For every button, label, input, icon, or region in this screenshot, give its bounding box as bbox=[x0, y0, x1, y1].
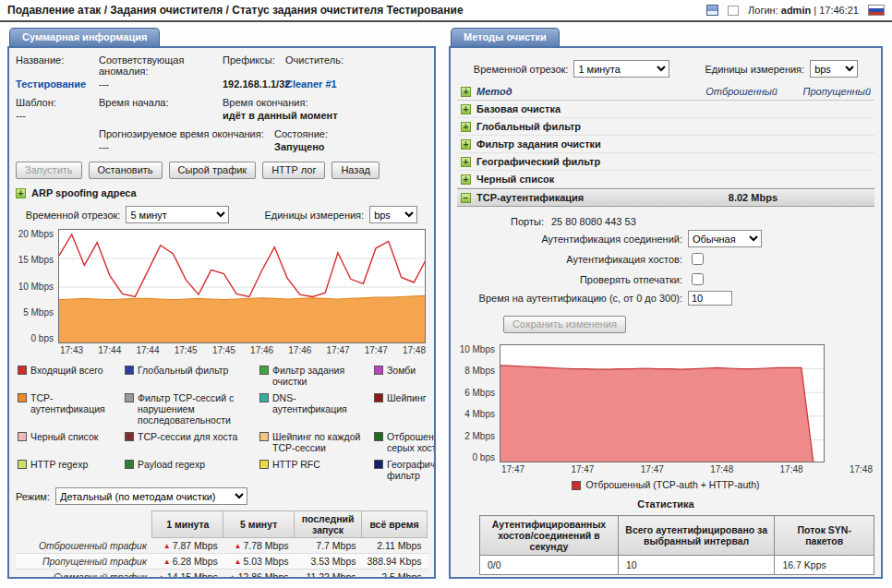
legend-swatch bbox=[259, 393, 269, 402]
up-arrow-icon: ▲ bbox=[235, 558, 242, 566]
legend-swatch bbox=[125, 432, 134, 441]
period-select[interactable]: 1 минута bbox=[573, 60, 669, 78]
legend-swatch bbox=[18, 460, 27, 469]
collapse-minus-icon[interactable]: − bbox=[461, 193, 471, 203]
cleaner-label: Очиститель: bbox=[285, 54, 428, 77]
login-label: Логин: bbox=[748, 5, 778, 16]
auth-time-input[interactable] bbox=[688, 291, 732, 306]
expand-plus-icon[interactable]: + bbox=[461, 104, 471, 114]
expand-plus-icon[interactable]: + bbox=[461, 139, 471, 150]
language-flag-icon[interactable] bbox=[868, 5, 885, 16]
statistics-title: Статистика bbox=[457, 498, 874, 510]
end-time-value: идёт в данный момент bbox=[223, 110, 428, 121]
units-select[interactable]: bps bbox=[810, 60, 858, 78]
back-button[interactable]: Назад bbox=[331, 162, 380, 179]
traffic-chart-x-axis: 17:4317:44 17:4417:45 17:4517:46 17:4617… bbox=[58, 345, 428, 355]
legend-swatch bbox=[18, 393, 27, 402]
anomaly-label: Соответствующая аномалия: bbox=[99, 54, 221, 77]
arp-spoofing-label: ARP spoofing адреса bbox=[31, 187, 137, 198]
legend-swatch bbox=[374, 366, 383, 375]
method-row-tcp-auth[interactable]: − TCP-аутентификация 8.02 Mbps bbox=[457, 188, 874, 207]
method-row-blacklist[interactable]: + Черный список bbox=[457, 171, 874, 188]
legend-swatch bbox=[125, 460, 134, 469]
table-row: 0/0 10 16.7 Kpps bbox=[480, 556, 874, 575]
template-value: --- bbox=[16, 110, 97, 121]
fingerprint-checkbox[interactable] bbox=[692, 273, 704, 285]
units-label: Единицы измерения: bbox=[264, 210, 364, 221]
table-row: Пропущенный трафик ▲6.28 Mbps ▲5.03 Mbps… bbox=[16, 554, 428, 570]
legend-item: Зомби bbox=[374, 365, 436, 387]
state-label: Состояние: bbox=[274, 128, 428, 139]
cleaner-link[interactable]: Cleaner #1 bbox=[285, 78, 428, 90]
task-name-link[interactable]: Тестирование bbox=[16, 78, 97, 90]
legend-swatch bbox=[572, 481, 581, 490]
legend-item: Фильтр задания очистки bbox=[259, 365, 368, 387]
up-arrow-icon: ▲ bbox=[158, 573, 165, 579]
clock: 17:46:21 bbox=[819, 5, 859, 16]
mode-row: Режим: Детальный (по методам очистки) bbox=[16, 487, 428, 505]
topbar-right: Логин: admin | 17:46:21 bbox=[706, 5, 885, 16]
traffic-chart-y-axis: 20 Mbps 15 Mbps 10 Mbps 5 Mbps 0 bps bbox=[16, 229, 58, 343]
tcp-auth-chart-plot bbox=[500, 344, 825, 462]
legend-item: Географический фильтр bbox=[374, 459, 436, 481]
tab-cleaning-methods[interactable]: Методы очистки bbox=[451, 28, 560, 46]
http-log-button[interactable]: HTTP лог bbox=[262, 162, 325, 179]
end-time-label: Время окончания: bbox=[223, 97, 428, 108]
tcp-auth-chart-x-axis: 17:4717:47 17:4717:48 17:4817:48 bbox=[500, 464, 874, 474]
host-auth-label: Аутентификация хостов: bbox=[457, 254, 688, 265]
arp-spoofing-section[interactable]: + ARP spoofing адреса bbox=[16, 187, 428, 198]
connection-auth-label: Аутентификация соединений: bbox=[457, 234, 688, 245]
legend-swatch bbox=[259, 460, 269, 469]
units-select[interactable]: bps bbox=[369, 206, 417, 223]
prefixes-value: 192.168.1.1/32 bbox=[223, 78, 283, 90]
forecast-end-value: --- bbox=[99, 141, 272, 152]
expand-all-plus-icon[interactable]: + bbox=[461, 87, 471, 97]
table-row: Отброшенный трафик ▲7.87 Mbps ▲7.78 Mbps… bbox=[16, 538, 428, 554]
login-value: admin bbox=[781, 5, 811, 16]
tcp-auth-chart-legend: Отброшенный (TCP-auth + HTTP-auth) bbox=[457, 479, 874, 490]
legend-item: Фильтр TCP-сессий с нарушением последова… bbox=[125, 392, 254, 426]
method-row-global-filter[interactable]: + Глобальный фильтр bbox=[457, 118, 874, 136]
host-auth-checkbox[interactable] bbox=[692, 253, 704, 265]
left-chart-controls: Временной отрезок: 5 минут Единицы измер… bbox=[16, 206, 428, 223]
anomaly-value: --- bbox=[99, 78, 221, 90]
expand-plus-icon[interactable]: + bbox=[16, 188, 26, 198]
prefixes-label: Префиксы: bbox=[223, 54, 283, 77]
legend-swatch bbox=[18, 432, 27, 441]
login-info: Логин: admin | 17:46:21 bbox=[748, 5, 859, 16]
method-row-geo-filter[interactable]: + Географический фильтр bbox=[457, 153, 874, 171]
fingerprint-label: Проверять отпечатки: bbox=[457, 274, 688, 285]
expand-plus-icon[interactable]: + bbox=[461, 157, 471, 167]
legend-swatch bbox=[374, 432, 383, 441]
stop-button[interactable]: Остановить bbox=[89, 162, 163, 179]
raw-traffic-button[interactable]: Сырой трафик bbox=[169, 162, 257, 179]
legend-item: HTTP RFC bbox=[259, 459, 368, 481]
connection-auth-select[interactable]: Обычная bbox=[688, 230, 762, 247]
save-changes-button[interactable]: Сохранить изменения bbox=[503, 316, 626, 333]
start-button[interactable]: Запустить bbox=[16, 162, 82, 179]
legend-item: DNS-аутентификация bbox=[259, 392, 368, 426]
save-icon[interactable] bbox=[706, 5, 718, 16]
mode-select[interactable]: Детальный (по методам очистки) bbox=[55, 487, 247, 505]
topbar: Подавление атак / Задания очистителя / С… bbox=[0, 0, 892, 22]
table-row: Суммарный трафик ▲14.15 Mbps ▲12.86 Mbps… bbox=[16, 570, 428, 580]
tab-summary-info[interactable]: Суммарная информация bbox=[9, 28, 160, 46]
method-row-basic-cleaning[interactable]: + Базовая очистка bbox=[457, 101, 874, 118]
tcp-auth-chart: 10 Mbps 8 Mbps 6 Mbps 4 Mbps 2 Mbps 0 bp… bbox=[457, 344, 874, 474]
units-label: Единицы измерения: bbox=[705, 64, 804, 75]
expand-plus-icon[interactable]: + bbox=[461, 122, 471, 132]
legend-item: TCP-сессии для хоста bbox=[125, 431, 254, 453]
legend-item: HTTP regexp bbox=[18, 459, 119, 481]
tcp-auth-chart-y-axis: 10 Mbps 8 Mbps 6 Mbps 4 Mbps 2 Mbps 0 bp… bbox=[457, 344, 500, 462]
up-arrow-icon: ▲ bbox=[235, 542, 242, 550]
window-icon[interactable] bbox=[728, 6, 739, 16]
method-row-task-filter[interactable]: + Фильтр задания очистки bbox=[457, 136, 874, 153]
legend-swatch bbox=[18, 366, 27, 375]
state-value: Запущено bbox=[274, 141, 428, 152]
expand-plus-icon[interactable]: + bbox=[461, 174, 471, 185]
method-column-header: Метод bbox=[476, 86, 661, 97]
traffic-stats-table: 1 минута 5 минут последний запуск всё вр… bbox=[16, 510, 428, 579]
template-label: Шаблон: bbox=[16, 97, 97, 108]
methods-panel: Временной отрезок: 1 минута Единицы изме… bbox=[449, 46, 883, 579]
period-select[interactable]: 5 минут bbox=[126, 206, 229, 223]
